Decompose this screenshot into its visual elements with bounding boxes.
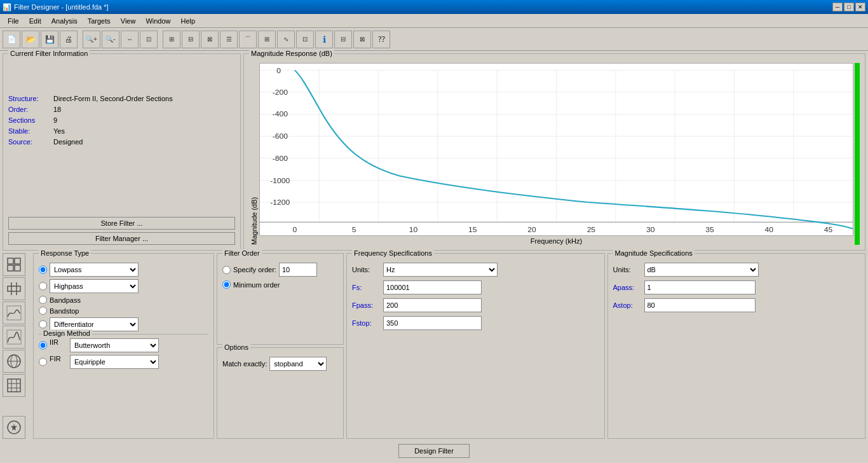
radio-highpass[interactable] (39, 279, 47, 293)
chart-area: Magnitude (dB) (249, 63, 860, 245)
design-method-label: Design Method (41, 329, 92, 337)
menu-file[interactable]: File (3, 16, 24, 26)
fpass-input[interactable] (383, 298, 482, 312)
menu-help[interactable]: Help (176, 16, 201, 26)
app-icon: 📊 (3, 3, 11, 11)
menu-view[interactable]: View (116, 16, 141, 26)
radio-lowpass-row: LowpassHighpass (39, 263, 208, 277)
title-bar: 📊 Filter Designer - [untitled.fda *] ─ □… (0, 0, 868, 14)
toolbar: 📄 📂 💾 🖨 🔍+ 🔍- ↔ ⊡ ⊞ ⊟ ⊠ ☰ ⌒ ⊞ ∿ ⊡ ℹ ⊟ ⊠ … (0, 28, 868, 51)
tb-new[interactable]: 📄 (3, 31, 20, 48)
response-type-title: Response Type (39, 249, 91, 257)
bandpass-label: Bandpass (50, 296, 81, 304)
specify-order-input[interactable] (279, 263, 317, 277)
astop-input[interactable] (644, 298, 756, 312)
tb-zoom-out[interactable]: 🔍- (102, 31, 119, 48)
svg-text:15: 15 (468, 225, 477, 233)
tb-print[interactable]: 🖨 (60, 31, 78, 48)
units-label-freq: Units: (352, 266, 381, 273)
tb-zoom-in[interactable]: 🔍+ (83, 31, 100, 48)
sidebar-icon-4[interactable] (3, 326, 25, 349)
tb-select[interactable]: ⊞ (163, 31, 180, 48)
filter-info-panel: Current Filter Information Structure: Di… (3, 53, 241, 251)
tb-analysis3[interactable]: ⊞ (258, 31, 276, 48)
radio-iir[interactable] (39, 338, 47, 352)
highpass-select[interactable]: Highpass (50, 279, 139, 293)
astop-row: Astop: (613, 298, 860, 312)
radio-bandstop[interactable] (39, 307, 47, 315)
sidebar-icon-5[interactable] (3, 350, 25, 373)
menu-window[interactable]: Window (140, 16, 175, 26)
radio-fir[interactable] (39, 355, 47, 369)
minimum-order-row: Minimum order (222, 280, 338, 289)
structure-value: Direct-Form II, Second-Order Sections (53, 95, 173, 102)
svg-text:-400: -400 (273, 109, 288, 118)
close-button[interactable]: ✕ (855, 3, 865, 11)
chart-panel: Magnitude Response (dB) Magnitude (dB) (243, 53, 865, 251)
lowpass-select[interactable]: LowpassHighpass (50, 263, 139, 277)
tb-zoom-reset[interactable]: ↔ (121, 31, 139, 48)
radio-bandstop-row: Bandstop (39, 307, 208, 315)
x-axis-label: Frequency (kHz) (259, 237, 853, 245)
fpass-label: Fpass: (352, 301, 381, 309)
radio-highpass-row: Highpass (39, 279, 208, 293)
tb-analysis2[interactable]: ⌒ (239, 31, 257, 48)
tb-help[interactable]: ⁇ (372, 31, 390, 48)
sidebar-icon-7[interactable] (3, 416, 25, 439)
menu-targets[interactable]: Targets (83, 16, 116, 26)
svg-text:45: 45 (824, 225, 833, 233)
menu-analysis[interactable]: Analysis (46, 16, 83, 26)
svg-text:5: 5 (352, 225, 356, 233)
tb-annotate[interactable]: ⊠ (201, 31, 219, 48)
svg-rect-35 (15, 258, 20, 264)
radio-specify-order[interactable] (222, 266, 231, 274)
apass-input[interactable] (644, 280, 756, 294)
tb-cursor[interactable]: ⊟ (182, 31, 200, 48)
fir-method-select[interactable]: EquirippleLeast-SquaresWindow (70, 355, 159, 369)
radio-lowpass[interactable] (39, 263, 47, 277)
y-axis-label: Magnitude (dB) (249, 63, 259, 245)
iir-row: IIR ButterworthChebyshev IChebyshev IIEl… (39, 338, 208, 352)
tb-analysis1[interactable]: ☰ (220, 31, 238, 48)
sections-label: Sections (8, 116, 50, 124)
fs-input[interactable] (383, 280, 482, 294)
title-bar-controls[interactable]: ─ □ ✕ (832, 3, 865, 11)
filter-manager-button[interactable]: Filter Manager ... (8, 232, 235, 245)
source-value: Designed (53, 138, 83, 146)
sidebar-icon-6[interactable] (3, 374, 25, 397)
filter-info-title: Current Filter Information (8, 50, 90, 57)
fstop-input[interactable] (383, 316, 482, 330)
sections-row: Sections 9 (8, 116, 235, 124)
sidebar-icon-3[interactable] (3, 301, 25, 324)
mag-specs-panel: Magnitude Specifications Units: dBlinear… (607, 253, 866, 439)
specify-order-row: Specify order: (222, 263, 338, 277)
tb-save[interactable]: 💾 (41, 31, 58, 48)
tb-info[interactable]: ℹ (315, 31, 333, 48)
maximize-button[interactable]: □ (844, 3, 854, 11)
menu-edit[interactable]: Edit (24, 16, 46, 26)
radio-minimum-order[interactable] (222, 280, 231, 289)
title-bar-left: 📊 Filter Designer - [untitled.fda *] (3, 3, 109, 11)
sidebar-icon-2[interactable] (3, 277, 25, 300)
freq-units-select[interactable]: HzkHzMHzrad/snormalized (0 to 1) (383, 263, 498, 277)
sidebar-icon-1[interactable] (3, 253, 25, 276)
svg-rect-38 (8, 286, 20, 291)
iir-method-select[interactable]: ButterworthChebyshev IChebyshev IIEllipt… (70, 338, 159, 352)
freq-specs-title: Frequency Specifications (352, 249, 434, 257)
tb-open[interactable]: 📂 (22, 31, 39, 48)
response-type-panel: Response Type LowpassHighpass Highpass B… (33, 253, 214, 439)
radio-bandpass[interactable] (39, 296, 47, 304)
tb-zoom-box[interactable]: ⊡ (140, 31, 158, 48)
svg-text:0: 0 (293, 225, 297, 233)
design-filter-button[interactable]: Design Filter (398, 444, 470, 458)
store-filter-button[interactable]: Store Filter ... (8, 217, 235, 230)
tb-spec1[interactable]: ⊟ (334, 31, 352, 48)
tb-response2[interactable]: ⊡ (296, 31, 314, 48)
left-sidebar (3, 253, 31, 439)
match-select[interactable]: stopbandpassband (269, 357, 327, 371)
mag-units-select[interactable]: dBlinear (644, 263, 759, 277)
units-row-freq: Units: HzkHzMHzrad/snormalized (0 to 1) (352, 263, 599, 277)
tb-response1[interactable]: ∿ (277, 31, 295, 48)
minimize-button[interactable]: ─ (832, 3, 843, 11)
tb-spec2[interactable]: ⊠ (353, 31, 371, 48)
